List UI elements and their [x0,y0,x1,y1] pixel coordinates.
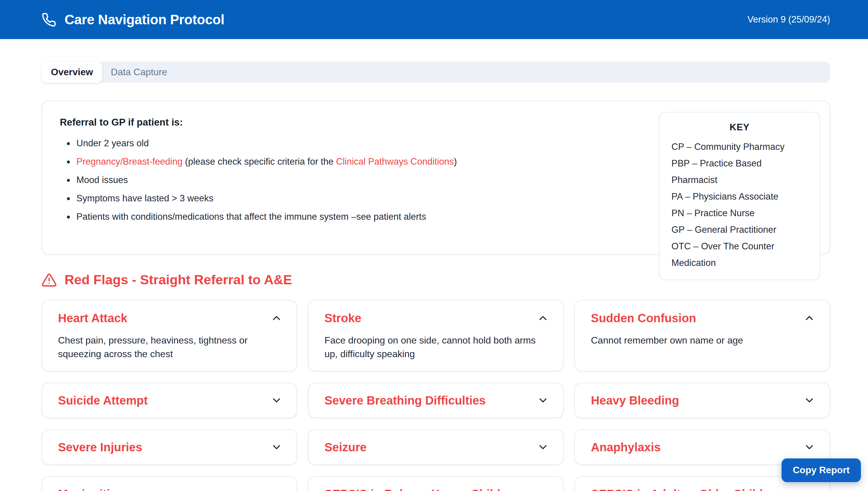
key-item-cp: CP – Community Pharmacy [671,139,808,155]
red-flags-heading-label: Red Flags - Straight Referral to A&E [64,272,292,288]
red-flag-card-seizure[interactable]: Seizure [308,429,564,465]
card-title: Severe Breathing Difficulties [325,392,486,409]
page-title: Care Navigation Protocol [64,11,225,28]
card-header[interactable]: Sudden Confusion [591,310,815,326]
card-title: Suicide Attempt [58,392,148,409]
red-flag-grid: Heart Attack Chest pain, pressure, heavi… [41,300,830,491]
card-title: SEPSIS in Baby or Young Child [325,486,500,491]
bullet-text: (please check specific criteria for the [182,156,336,167]
alert-triangle-icon [41,272,57,288]
card-title: Heart Attack [58,310,127,326]
chevron-up-icon[interactable] [804,312,815,324]
app-header: Care Navigation Protocol Version 9 (25/0… [0,0,868,39]
app-brand: Care Navigation Protocol [41,11,225,28]
chevron-down-icon[interactable] [271,395,282,406]
bullet-text: ) [454,156,457,167]
key-title: KEY [671,122,808,133]
card-description: Cannot remember own name or age [591,334,815,347]
key-box: KEY CP – Community Pharmacy PBP – Practi… [659,112,820,280]
card-title: Meningitis [58,486,117,491]
phone-icon [41,12,56,27]
pregnancy-link[interactable]: Pregnancy/Breast-feeding [77,156,182,167]
referral-bullet-list: Under 2 years old Pregnancy/Breast-feedi… [60,137,640,223]
red-flag-card-stroke[interactable]: Stroke Face drooping on one side, cannot… [308,300,564,371]
key-item-otc: OTC – Over The Counter Medication [671,238,808,271]
key-item-pbp: PBP – Practice Based Pharmacist [671,155,808,189]
red-flag-card-heavy-bleeding[interactable]: Heavy Bleeding [574,383,830,418]
version-label: Version 9 (25/09/24) [748,14,830,25]
referral-bullet-pregnancy: Pregnancy/Breast-feeding (please check s… [77,156,640,168]
card-title: Seizure [325,439,366,456]
key-item-pn: PN – Practice Nurse [671,205,808,222]
chevron-down-icon[interactable] [537,395,549,406]
card-title: Heavy Bleeding [591,392,679,409]
chevron-down-icon[interactable] [804,441,815,453]
referral-bullet-symptoms: Symptoms have lasted > 3 weeks [77,193,640,204]
tab-bar: Overview Data Capture [41,62,830,83]
referral-panel: Referral to GP if patient is: Under 2 ye… [41,101,830,255]
card-description: Face drooping on one side, cannot hold b… [325,334,549,361]
card-header[interactable]: Heart Attack [58,310,282,326]
red-flag-card-meningitis[interactable]: Meningitis [41,476,297,491]
chevron-up-icon[interactable] [271,312,282,324]
card-title: Stroke [325,310,361,326]
referral-bullet-mood: Mood issues [77,174,640,186]
red-flag-card-severe-injuries[interactable]: Severe Injuries [41,429,297,465]
card-title: Severe Injuries [58,439,142,456]
copy-report-button[interactable]: Copy Report [782,458,861,482]
red-flag-card-suicide-attempt[interactable]: Suicide Attempt [41,383,297,418]
chevron-down-icon[interactable] [271,488,282,491]
chevron-down-icon[interactable] [804,395,815,406]
card-description: Chest pain, pressure, heaviness, tightne… [58,334,282,361]
red-flag-card-sepsis-baby[interactable]: SEPSIS in Baby or Young Child [308,476,564,491]
chevron-down-icon[interactable] [537,488,549,491]
chevron-down-icon[interactable] [804,488,815,491]
referral-heading: Referral to GP if patient is: [60,117,640,128]
chevron-down-icon[interactable] [271,441,282,453]
clinical-pathways-link[interactable]: Clinical Pathways Conditions [336,156,454,167]
care-navigation-app: Care Navigation Protocol Version 9 (25/0… [0,0,868,491]
red-flag-card-heart-attack[interactable]: Heart Attack Chest pain, pressure, heavi… [41,300,297,371]
red-flag-card-severe-breathing[interactable]: Severe Breathing Difficulties [308,383,564,418]
main-content: Overview Data Capture Referral to GP if … [41,62,830,491]
chevron-down-icon[interactable] [537,441,549,453]
tab-data-capture[interactable]: Data Capture [102,62,175,83]
tab-overview[interactable]: Overview [41,62,102,83]
referral-bullet-immune: Patients with conditions/medications tha… [77,211,640,223]
chevron-up-icon[interactable] [537,312,549,324]
referral-bullet-under-2: Under 2 years old [77,137,640,149]
card-header[interactable]: Stroke [325,310,549,326]
card-title: SEPSIS in Adult or Older Child [591,486,763,491]
card-title: Anaphylaxis [591,439,661,456]
key-item-pa: PA – Physicians Associate [671,189,808,205]
card-title: Sudden Confusion [591,310,696,326]
red-flag-card-sudden-confusion[interactable]: Sudden Confusion Cannot remember own nam… [574,300,830,371]
key-item-gp: GP – General Practitioner [671,222,808,238]
